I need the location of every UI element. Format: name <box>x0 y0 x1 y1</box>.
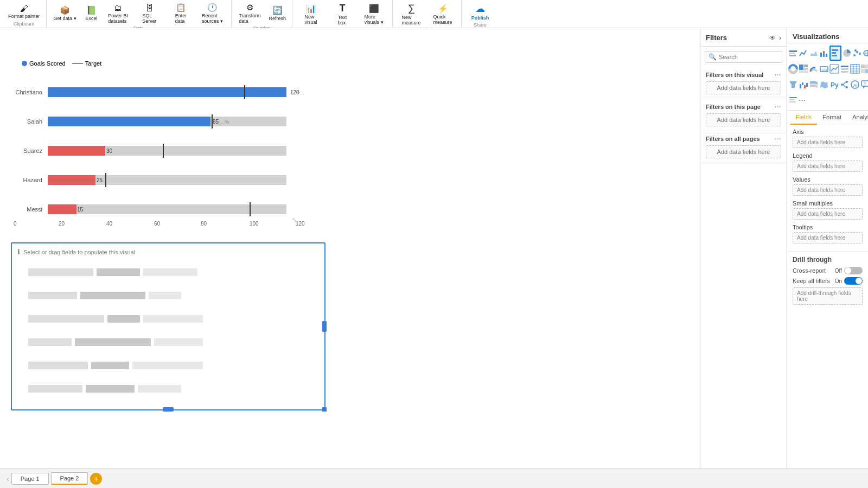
refresh-button[interactable]: 🔄 Refresh <box>266 4 289 23</box>
ev-bar-5b <box>91 362 129 369</box>
page-tab-2[interactable]: Page 2 <box>51 472 88 485</box>
cross-report-toggle-control[interactable] <box>844 267 863 274</box>
viz-icon-qna[interactable]: ? <box>860 77 868 92</box>
viz-icon-filled-map[interactable] <box>819 77 829 92</box>
filters-on-all-pages-add[interactable]: Add data fields here <box>706 145 781 158</box>
publish-icon: ☁ <box>475 3 485 15</box>
excel-button[interactable]: 📗 Excel <box>81 4 102 23</box>
axis-input[interactable]: Add data fields here <box>793 137 863 148</box>
svg-text:Py: Py <box>831 81 839 89</box>
viz-icon-more-options[interactable]: ··· <box>799 93 806 108</box>
clipboard-label: Clipboard <box>5 21 43 28</box>
filters-on-page-more[interactable]: ··· <box>775 104 781 110</box>
ev-row-6 <box>28 381 308 396</box>
label-suarez: Suarez <box>23 147 42 154</box>
viz-icon-slicer[interactable] <box>840 61 850 76</box>
values-input[interactable]: Add data fields here <box>793 184 863 196</box>
resize-handle-bottom[interactable] <box>163 407 174 412</box>
tooltips-input[interactable]: Add data fields here <box>793 232 863 243</box>
scroll-left-arrow[interactable]: ‹ <box>7 474 9 483</box>
viz-icon-scatter[interactable] <box>852 46 862 61</box>
viz-icon-kpi[interactable] <box>829 61 839 76</box>
format-painter-button[interactable]: 🖌 Format painter <box>5 2 43 21</box>
filters-search-input[interactable] <box>719 54 778 60</box>
xaxis-0: 0 <box>14 221 17 227</box>
get-data-button[interactable]: 📦 Get data ▾ <box>50 4 80 23</box>
viz-icon-waterfall[interactable] <box>799 77 808 92</box>
ev-bar-1a <box>28 268 93 276</box>
enter-data-button[interactable]: 📋 Enterdata <box>166 1 196 25</box>
tab-analytics[interactable]: Analytics <box>847 111 868 125</box>
viz-icon-table[interactable] <box>850 61 860 76</box>
viz-icon-matrix[interactable] <box>860 61 868 76</box>
chart-legend: Goals Scored Target <box>11 58 326 71</box>
tab-format[interactable]: Format <box>817 111 847 125</box>
viz-icon-gauge[interactable] <box>809 61 819 76</box>
viz-icon-decomp-tree[interactable] <box>840 77 850 92</box>
resize-handle-right[interactable] <box>322 321 327 332</box>
transform-data-button[interactable]: ⚙ Transformdata <box>235 1 265 25</box>
svg-point-46 <box>841 84 843 86</box>
quick-measure-button[interactable]: ⚡ Quickmeasure <box>427 2 458 27</box>
legend-input[interactable]: Add data fields here <box>793 160 863 172</box>
viz-icon-treemap[interactable] <box>799 61 808 76</box>
queries-group: ⚙ Transformdata 🔄 Refresh Queries <box>232 0 293 28</box>
svg-rect-57 <box>789 99 795 100</box>
drill-through-add[interactable]: Add drill-through fields here <box>793 287 863 305</box>
recent-sources-button[interactable]: 🕐 Recentsources ▾ <box>197 1 228 25</box>
new-visual-button[interactable]: 📊 Newvisual <box>296 2 326 27</box>
filters-on-visual-more[interactable]: ··· <box>775 72 781 78</box>
info-icon: ℹ <box>17 248 20 256</box>
marker-suarez <box>163 144 164 158</box>
sql-server-button[interactable]: 🗄 SQLServer <box>135 2 165 25</box>
svg-rect-20 <box>799 65 803 70</box>
viz-icon-column-chart[interactable] <box>819 46 829 61</box>
viz-icon-ai-insights[interactable]: AI <box>850 77 860 92</box>
more-visuals-label: Morevisuals ▾ <box>365 14 384 25</box>
keep-all-filters-toggle[interactable]: On <box>835 277 863 285</box>
viz-icon-bar-chart[interactable] <box>829 46 841 61</box>
svg-text:123: 123 <box>821 68 827 72</box>
ev-bar-5c <box>132 362 203 369</box>
viz-icon-ribbon[interactable] <box>809 77 819 92</box>
empty-visual[interactable]: ℹ Select or drag fields to populate this… <box>11 242 326 410</box>
tab-fields[interactable]: Fields <box>790 111 817 125</box>
viz-icon-py-visual[interactable]: Py <box>829 77 839 92</box>
viz-icon-area-chart[interactable] <box>809 46 819 61</box>
more-visuals-button[interactable]: ⬛ Morevisuals ▾ <box>359 2 389 27</box>
text-box-button[interactable]: T Textbox <box>327 1 358 27</box>
viz-icon-donut[interactable] <box>788 61 798 76</box>
svg-rect-22 <box>804 68 808 70</box>
resize-handle-corner[interactable] <box>322 407 327 412</box>
new-measure-button[interactable]: ∑ Newmeasure <box>396 1 426 27</box>
filters-on-all-pages-more[interactable]: ··· <box>775 136 781 142</box>
canvas-area[interactable]: Goals Scored Target 0 20 40 60 80 100 12… <box>0 28 700 468</box>
cross-report-toggle[interactable]: Off <box>835 267 863 274</box>
add-page-button[interactable]: + <box>90 473 102 485</box>
viz-icon-map[interactable] <box>863 46 868 61</box>
viz-icon-line-chart[interactable] <box>799 46 808 61</box>
status-bar: ‹ Page 1 Page 2 + <box>0 468 868 488</box>
filters-on-visual-add[interactable]: Add data fields here <box>706 81 781 94</box>
viz-icon-card[interactable]: 123 <box>819 61 829 76</box>
power-bi-datasets-button[interactable]: 🗂 Power BIdatasets <box>103 2 133 25</box>
svg-rect-4 <box>820 53 822 57</box>
filters-search-box[interactable]: 🔍 <box>705 51 782 63</box>
viz-icon-smart-narrative[interactable] <box>788 93 798 108</box>
fill-christiano <box>48 87 286 97</box>
viz-tabs: Fields Format Analytics <box>787 111 868 125</box>
svg-rect-1 <box>789 53 795 54</box>
svg-line-50 <box>843 85 846 87</box>
publish-button[interactable]: ☁ Publish <box>465 1 495 22</box>
keep-all-filters-toggle-control[interactable] <box>844 277 863 285</box>
viz-icon-pie-chart[interactable] <box>842 46 852 61</box>
filters-on-page-add[interactable]: Add data fields here <box>706 113 781 126</box>
empty-visual-hint: ℹ Select or drag fields to populate this… <box>17 248 135 256</box>
xaxis-100: 100 <box>250 221 259 227</box>
viz-icon-stacked-bar[interactable] <box>788 46 798 61</box>
filters-collapse-icon[interactable]: › <box>779 34 781 42</box>
page-tab-1[interactable]: Page 1 <box>11 473 49 485</box>
small-multiples-input[interactable]: Add data fields here <box>793 208 863 220</box>
filters-eye-icon[interactable]: 👁 <box>769 34 776 42</box>
viz-icon-funnel[interactable] <box>788 77 798 92</box>
